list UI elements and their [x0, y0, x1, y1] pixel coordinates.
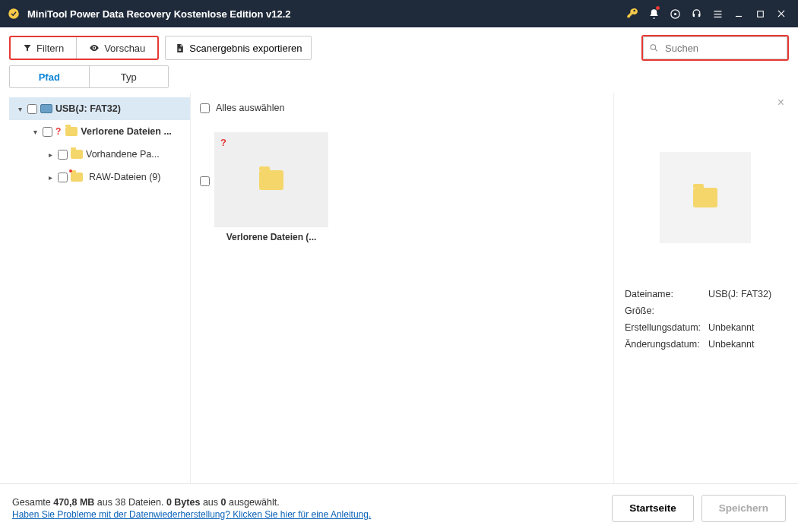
maximize-icon[interactable] [749, 3, 771, 24]
tab-path[interactable]: Pfad [10, 66, 89, 87]
folder-icon [693, 188, 717, 207]
tree-checkbox[interactable] [43, 127, 52, 137]
detail-thumbnail [660, 152, 751, 243]
tree-root-drive[interactable]: ▾ USB(J: FAT32) [9, 97, 190, 120]
preview-label: Vorschau [104, 43, 145, 54]
search-box [643, 36, 787, 59]
close-detail-icon[interactable]: × [777, 96, 784, 109]
help-link[interactable]: Haben Sie Probleme mit der Datenwiederhe… [12, 509, 371, 520]
detail-value: Unbekannt [708, 322, 786, 333]
chevron-right-icon[interactable]: ▸ [46, 173, 55, 182]
chevron-down-icon[interactable]: ▾ [15, 105, 24, 113]
item-checkbox[interactable] [200, 176, 210, 186]
tab-type[interactable]: Typ [89, 66, 169, 87]
detail-created: Erstellungsdatum: Unbekannt [625, 322, 786, 333]
result-item[interactable]: ? Verlorene Dateien (... [200, 132, 329, 242]
detail-key: Änderungsdatum: [625, 339, 708, 350]
svg-point-4 [93, 47, 95, 49]
tree-existing[interactable]: ▸ Vorhandene Pa... [9, 143, 190, 166]
app-logo-icon [6, 6, 21, 21]
search-input[interactable] [643, 36, 787, 59]
svg-point-5 [651, 45, 656, 50]
minimize-icon[interactable] [728, 3, 749, 24]
chevron-right-icon[interactable]: ▸ [46, 150, 55, 159]
tree-label: USB(J: FAT32) [55, 103, 121, 114]
folder-thumbnail[interactable]: ? [214, 132, 328, 227]
tree-panel: ▾ USB(J: FAT32) ▾ ? Verlorene Dateien ..… [9, 93, 190, 483]
filter-icon [23, 43, 32, 52]
export-label: Scanergebnis exportieren [189, 43, 302, 54]
disc-icon[interactable] [664, 3, 686, 24]
search-icon [649, 43, 659, 53]
tree-checkbox[interactable] [58, 150, 68, 160]
titlebar: MiniTool Power Data Recovery Kostenlose … [0, 0, 798, 27]
folder-icon [71, 150, 83, 159]
svg-point-2 [673, 12, 676, 14]
preview-button[interactable]: Vorschau [76, 37, 157, 59]
notifications-icon[interactable] [643, 3, 664, 24]
tree-label: Vorhandene Pa... [86, 149, 160, 160]
status-summary: Gesamte 470,8 MB aus 38 Dateien. 0 Bytes… [12, 497, 371, 508]
export-result-button[interactable]: Scanergebnis exportieren [165, 36, 312, 60]
tree-raw-files[interactable]: ▸ RAW-Dateien (9) [9, 166, 190, 188]
tree-checkbox[interactable] [27, 104, 37, 114]
item-label: Verlorene Dateien (... [214, 232, 328, 242]
footer: Gesamte 470,8 MB aus 38 Dateien. 0 Bytes… [0, 483, 798, 532]
question-icon: ? [220, 137, 226, 148]
filter-preview-group: Filtern Vorschau [9, 36, 159, 60]
detail-value [708, 306, 786, 316]
select-all-label: Alles auswählen [216, 103, 284, 113]
select-all-checkbox[interactable] [200, 103, 210, 113]
svg-rect-3 [757, 11, 763, 17]
folder-alert-icon [71, 173, 83, 182]
license-key-icon[interactable] [622, 3, 643, 24]
detail-key: Dateiname: [625, 289, 708, 299]
detail-key: Größe: [625, 306, 708, 316]
tree-label: RAW-Dateien (9) [89, 172, 160, 182]
filter-button[interactable]: Filtern [11, 37, 76, 59]
results-panel: Alles auswählen ? Verlorene Dateien (... [190, 93, 614, 483]
filter-label: Filtern [36, 43, 64, 54]
menu-icon[interactable] [707, 3, 728, 24]
view-tabs: Pfad Typ [9, 65, 169, 88]
detail-size: Größe: [625, 306, 786, 316]
close-icon[interactable] [771, 3, 792, 24]
toolbar: Filtern Vorschau Scanergebnis exportiere… [0, 27, 798, 65]
question-icon: ? [55, 126, 61, 137]
detail-modified: Änderungsdatum: Unbekannt [625, 339, 786, 350]
home-button[interactable]: Startseite [612, 495, 694, 522]
drive-icon [40, 104, 52, 113]
detail-value: USB(J: FAT32) [708, 289, 786, 299]
export-file-icon [175, 43, 185, 53]
svg-point-0 [8, 8, 19, 19]
app-title: MiniTool Power Data Recovery Kostenlose … [27, 8, 622, 20]
detail-value: Unbekannt [708, 339, 786, 350]
detail-panel: × Dateiname: USB(J: FAT32) Größe: Erstel… [614, 93, 789, 483]
content-area: ▾ USB(J: FAT32) ▾ ? Verlorene Dateien ..… [0, 88, 798, 483]
folder-icon [259, 170, 283, 190]
save-button[interactable]: Speichern [701, 495, 786, 522]
support-headset-icon[interactable] [686, 3, 707, 24]
eye-icon [89, 43, 100, 53]
tree-checkbox[interactable] [58, 173, 68, 182]
chevron-down-icon[interactable]: ▾ [30, 128, 40, 136]
detail-filename: Dateiname: USB(J: FAT32) [625, 289, 786, 299]
tree-lost-files[interactable]: ▾ ? Verlorene Dateien ... [9, 120, 190, 143]
detail-key: Erstellungsdatum: [625, 322, 708, 333]
select-all-row: Alles auswählen [200, 99, 604, 117]
folder-icon [65, 127, 78, 136]
tree-label: Verlorene Dateien ... [81, 126, 172, 137]
